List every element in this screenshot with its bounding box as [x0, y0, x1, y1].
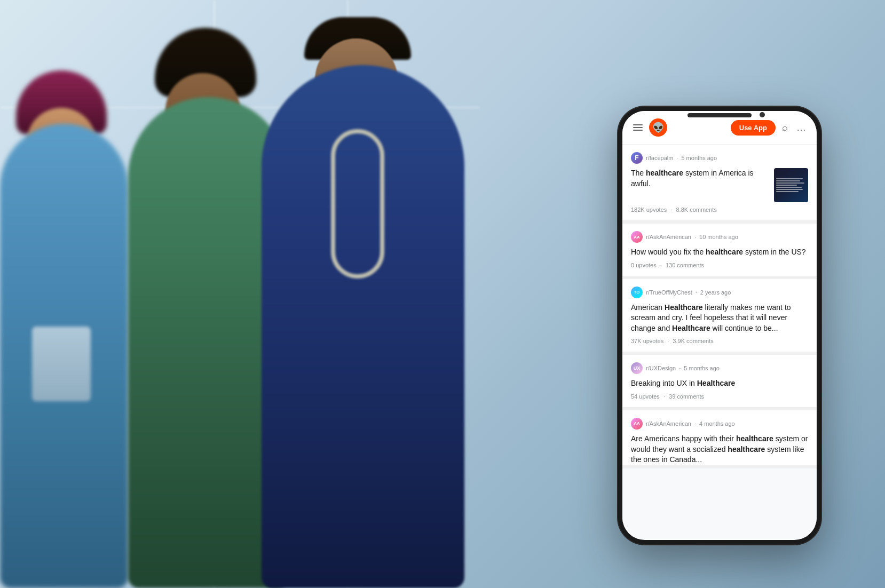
avatar-askamerican-2: AA	[631, 418, 643, 430]
post-title-keyword: Healthcare	[697, 379, 736, 387]
post-title[interactable]: Breaking into UX in Healthcare	[631, 378, 808, 389]
post-comments: 3.9K comments	[673, 338, 713, 344]
post-separator: ·	[696, 289, 697, 296]
thumb-line	[776, 191, 799, 192]
post-subreddit[interactable]: r/AskAnAmerican	[646, 420, 691, 427]
post-title-text-before: How would you fix the	[631, 248, 706, 256]
post-comments: 130 comments	[666, 262, 704, 268]
post-content: The healthcare system in America is awfu…	[631, 168, 808, 202]
post-upvotes: 182K upvotes	[631, 206, 667, 213]
subreddit-avatar: UX	[631, 362, 643, 374]
stats-separator: ·	[660, 262, 662, 268]
stats-separator: ·	[670, 206, 672, 213]
post-stats: 37K upvotes · 3.9K comments	[631, 338, 808, 344]
post-separator: ·	[694, 234, 696, 240]
avatar-uxdesign: UX	[631, 362, 643, 374]
thumb-line	[776, 180, 800, 181]
reddit-logo[interactable]: 👽	[649, 118, 667, 137]
subreddit-avatar: AA	[631, 231, 643, 243]
stethoscope	[331, 129, 384, 279]
tablet	[32, 327, 91, 401]
more-options-icon[interactable]: …	[794, 120, 808, 136]
thumb-line	[776, 187, 802, 188]
post-time: 4 months ago	[699, 420, 735, 427]
post-thumbnail	[774, 168, 808, 202]
phone-notch	[688, 113, 752, 117]
post-title[interactable]: How would you fix the healthcare system …	[631, 247, 808, 258]
post-title-keyword2: healthcare	[728, 445, 765, 454]
post-title-text-after: will continue to be...	[710, 324, 778, 332]
post-item[interactable]: AA r/AskAnAmerican · 4 months ago Are Am…	[622, 410, 817, 468]
stats-separator: ·	[667, 338, 669, 344]
use-app-button[interactable]: Use App	[731, 120, 776, 136]
post-title[interactable]: The healthcare system in America is awfu…	[631, 168, 769, 189]
reddit-alien-icon: 👽	[652, 123, 664, 132]
post-stats: 0 upvotes · 130 comments	[631, 262, 808, 268]
thumbnail-inner	[774, 168, 808, 202]
thumb-line	[776, 182, 804, 184]
avatar-facepalm: F	[631, 152, 643, 164]
phone-camera	[760, 112, 765, 117]
subreddit-avatar: F	[631, 152, 643, 164]
post-stats: 54 upvotes · 39 comments	[631, 393, 808, 400]
post-separator: ·	[679, 365, 681, 371]
post-meta: AA r/AskAnAmerican · 4 months ago	[631, 418, 808, 430]
post-item[interactable]: UX r/UXDesign · 5 months ago Breaking in…	[622, 355, 817, 410]
post-title-text-before: Breaking into UX in	[631, 379, 697, 387]
post-comments: 8.8K comments	[676, 206, 716, 213]
post-meta: AA r/AskAnAmerican · 10 months ago	[631, 231, 808, 243]
thumb-line	[776, 185, 797, 186]
post-time: 2 years ago	[700, 289, 731, 296]
post-time: 5 months ago	[684, 365, 720, 371]
post-subreddit[interactable]: r/TrueOffMyChest	[646, 289, 692, 296]
avatar-letter: TO	[634, 290, 640, 295]
healthcare-scene	[0, 0, 480, 588]
post-title-keyword2: Healthcare	[672, 324, 710, 332]
stats-separator: ·	[663, 393, 665, 400]
post-item[interactable]: F r/facepalm · 5 months ago The healthca…	[622, 145, 817, 224]
post-upvotes: 0 upvotes	[631, 262, 657, 268]
post-title[interactable]: American Healthcare literally makes me w…	[631, 303, 808, 334]
avatar-letter: F	[635, 154, 638, 162]
post-upvotes: 54 upvotes	[631, 393, 660, 400]
phone-frame: 👽 Use App ⌕ … F r/facepalm	[618, 107, 821, 544]
post-title-text-before: Are Americans happy with their	[631, 434, 736, 443]
post-subreddit[interactable]: r/facepalm	[646, 155, 673, 161]
post-meta: F r/facepalm · 5 months ago	[631, 152, 808, 164]
post-comments: 39 comments	[669, 393, 704, 400]
search-icon[interactable]: ⌕	[780, 120, 790, 136]
post-title-text-before: American	[631, 303, 665, 312]
post-item[interactable]: AA r/AskAnAmerican · 10 months ago How w…	[622, 224, 817, 279]
post-stats: 182K upvotes · 8.8K comments	[631, 206, 808, 213]
avatar-askamerican: AA	[631, 231, 643, 243]
post-list: F r/facepalm · 5 months ago The healthca…	[622, 145, 817, 539]
post-title-keyword: healthcare	[706, 248, 743, 256]
hamburger-menu-icon[interactable]	[631, 122, 645, 133]
post-title-keyword: Healthcare	[665, 303, 703, 312]
post-subreddit[interactable]: r/UXDesign	[646, 365, 676, 371]
post-time: 5 months ago	[681, 155, 717, 161]
thumb-line	[776, 178, 803, 179]
post-subreddit[interactable]: r/AskAnAmerican	[646, 234, 691, 240]
subreddit-avatar: AA	[631, 418, 643, 430]
post-item[interactable]: TO r/TrueOffMyChest · 2 years ago Americ…	[622, 279, 817, 355]
post-time: 10 months ago	[699, 234, 738, 240]
post-title-keyword: healthcare	[646, 169, 683, 177]
post-separator: ·	[694, 420, 696, 427]
avatar-trueoffmychest: TO	[631, 287, 643, 298]
thumbnail-lines	[776, 178, 806, 192]
post-title[interactable]: Are Americans happy with their healthcar…	[631, 434, 808, 465]
post-title-keyword: healthcare	[736, 434, 773, 443]
subreddit-avatar: TO	[631, 287, 643, 298]
phone-screen: 👽 Use App ⌕ … F r/facepalm	[622, 111, 817, 540]
post-title-text-after: system in the US?	[743, 248, 806, 256]
post-meta: TO r/TrueOffMyChest · 2 years ago	[631, 287, 808, 298]
avatar-letter: UX	[634, 365, 641, 371]
post-upvotes: 37K upvotes	[631, 338, 663, 344]
post-meta: UX r/UXDesign · 5 months ago	[631, 362, 808, 374]
avatar-letter: AA	[634, 235, 640, 240]
post-separator: ·	[676, 155, 678, 161]
thumb-line	[776, 189, 803, 190]
post-title-text-before: The	[631, 169, 646, 177]
phone-mockup: 👽 Use App ⌕ … F r/facepalm	[618, 107, 821, 544]
